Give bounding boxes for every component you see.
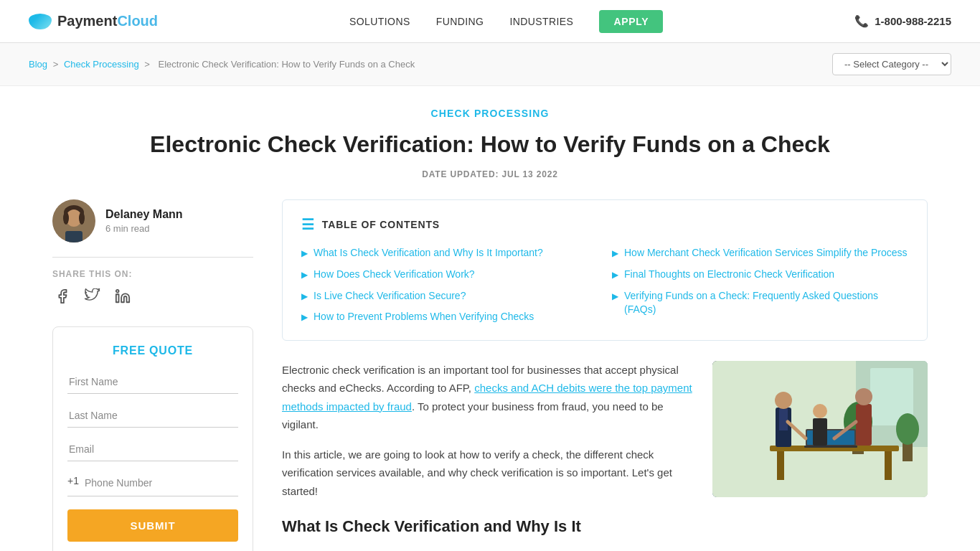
toc-columns: ▶ What Is Check Verification and Why Is … <box>301 246 908 324</box>
apply-button[interactable]: APPLY <box>599 10 663 33</box>
submit-button[interactable]: SUBMIT <box>67 509 238 542</box>
phone-field-wrap: +1 <box>67 471 238 496</box>
toc-title: TABLE OF CONTENTS <box>322 219 440 230</box>
article-image <box>712 361 928 497</box>
svg-point-21 <box>775 392 792 409</box>
left-sidebar: Delaney Mann 6 min read SHARE THIS ON: <box>52 199 253 551</box>
svg-point-5 <box>79 212 85 225</box>
divider <box>52 257 253 258</box>
linkedin-icon[interactable] <box>113 286 133 306</box>
date-label: DATE UPDATED: <box>422 169 499 179</box>
avatar-image <box>52 199 95 242</box>
facebook-icon[interactable] <box>52 286 72 306</box>
svg-rect-15 <box>777 451 784 480</box>
svg-rect-22 <box>779 409 788 430</box>
svg-point-13 <box>896 413 919 445</box>
category-select[interactable]: -- Select Category -- Check Processing P… <box>832 53 951 75</box>
svg-rect-18 <box>804 446 857 448</box>
share-label: SHARE THIS ON: <box>52 269 253 279</box>
breadcrumb-check-processing[interactable]: Check Processing <box>64 59 139 70</box>
breadcrumb-bar: Blog > Check Processing > Electronic Che… <box>0 43 980 86</box>
date-value: JUL 13 2022 <box>501 169 557 179</box>
toc-arrow-1: ▶ <box>301 248 308 260</box>
svg-point-4 <box>63 212 69 225</box>
phone-prefix: +1 <box>67 475 79 491</box>
article-date: DATE UPDATED: JUL 13 2022 <box>52 169 928 179</box>
toc-left-column: ▶ What Is Check Verification and Why Is … <box>301 246 598 324</box>
toc-item-7[interactable]: ▶ Verifying Funds on a Check: Frequently… <box>612 289 908 317</box>
breadcrumb-current: Electronic Check Verification: How to Ve… <box>159 59 415 70</box>
share-icons <box>52 286 253 306</box>
first-name-field[interactable] <box>67 370 238 394</box>
svg-rect-23 <box>813 418 827 446</box>
author-name: Delaney Mann <box>105 208 183 221</box>
main-nav: SOLUTIONS FUNDING INDUSTRIES APPLY <box>349 10 663 33</box>
toc-item-2[interactable]: ▶ How Does Check Verification Work? <box>301 268 598 282</box>
toc-item-1[interactable]: ▶ What Is Check Verification and Why Is … <box>301 246 598 260</box>
toc-item-3[interactable]: ▶ Is Live Check Verification Secure? <box>301 289 598 303</box>
toc-item-4[interactable]: ▶ How to Prevent Problems When Verifying… <box>301 310 598 324</box>
toc-box: ☰ TABLE OF CONTENTS ▶ What Is Check Veri… <box>282 199 928 340</box>
article-category: CHECK PROCESSING <box>52 108 928 119</box>
toc-item-5[interactable]: ▶ How Merchant Check Verification Servic… <box>612 246 908 260</box>
author-info: Delaney Mann 6 min read <box>105 208 183 234</box>
twitter-icon[interactable] <box>83 286 103 306</box>
cloud-logo-icon <box>29 14 52 29</box>
toc-arrow-2: ▶ <box>301 269 308 281</box>
svg-rect-25 <box>856 404 872 446</box>
phone-icon: 📞 <box>854 14 869 28</box>
svg-rect-3 <box>65 231 83 242</box>
quote-form: FREE QUOTE +1 SUBMIT <box>52 326 253 551</box>
body-layout: Delaney Mann 6 min read SHARE THIS ON: <box>52 199 928 551</box>
nav-solutions[interactable]: SOLUTIONS <box>349 16 410 27</box>
breadcrumb: Blog > Check Processing > Electronic Che… <box>29 59 418 70</box>
logo-text: PaymentCloud <box>57 13 158 29</box>
site-header: PaymentCloud SOLUTIONS FUNDING INDUSTRIE… <box>0 0 980 43</box>
article-title: Electronic Check Verification: How to Ve… <box>52 131 928 158</box>
toc-icon: ☰ <box>301 216 315 233</box>
phone-field[interactable] <box>83 471 238 494</box>
author-read-time: 6 min read <box>105 223 183 234</box>
quote-form-title: FREE QUOTE <box>67 344 238 357</box>
article-body: Electronic check verification is an impo… <box>282 361 928 545</box>
breadcrumb-blog[interactable]: Blog <box>29 59 47 70</box>
section-h2: What Is Check Verification and Why Is It <box>282 517 928 536</box>
toc-header: ☰ TABLE OF CONTENTS <box>301 216 908 233</box>
site-logo[interactable]: PaymentCloud <box>29 13 158 29</box>
phone-number: 1-800-988-2215 <box>875 15 951 27</box>
article-image-svg <box>712 361 928 497</box>
header-phone: 📞 1-800-988-2215 <box>854 14 951 28</box>
author-block: Delaney Mann 6 min read <box>52 199 253 242</box>
avatar <box>52 199 95 242</box>
main-content: CHECK PROCESSING Electronic Check Verifi… <box>24 86 956 551</box>
toc-arrow-7: ▶ <box>612 291 618 303</box>
body-link[interactable]: checks and ACH debits were the top payme… <box>282 382 692 413</box>
toc-arrow-5: ▶ <box>612 248 618 260</box>
email-field[interactable] <box>67 438 238 461</box>
toc-arrow-6: ▶ <box>612 269 618 281</box>
toc-arrow-4: ▶ <box>301 311 308 324</box>
article-main: ☰ TABLE OF CONTENTS ▶ What Is Check Veri… <box>282 199 928 545</box>
toc-right-column: ▶ How Merchant Check Verification Servic… <box>612 246 908 324</box>
svg-point-6 <box>116 290 119 293</box>
svg-point-24 <box>813 404 827 418</box>
toc-item-6[interactable]: ▶ Final Thoughts on Electronic Check Ver… <box>612 268 908 282</box>
svg-rect-16 <box>885 451 892 480</box>
nav-industries[interactable]: INDUSTRIES <box>509 16 573 27</box>
last-name-field[interactable] <box>67 404 238 428</box>
toc-arrow-3: ▶ <box>301 291 308 303</box>
nav-funding[interactable]: FUNDING <box>436 16 484 27</box>
svg-point-26 <box>855 388 872 405</box>
